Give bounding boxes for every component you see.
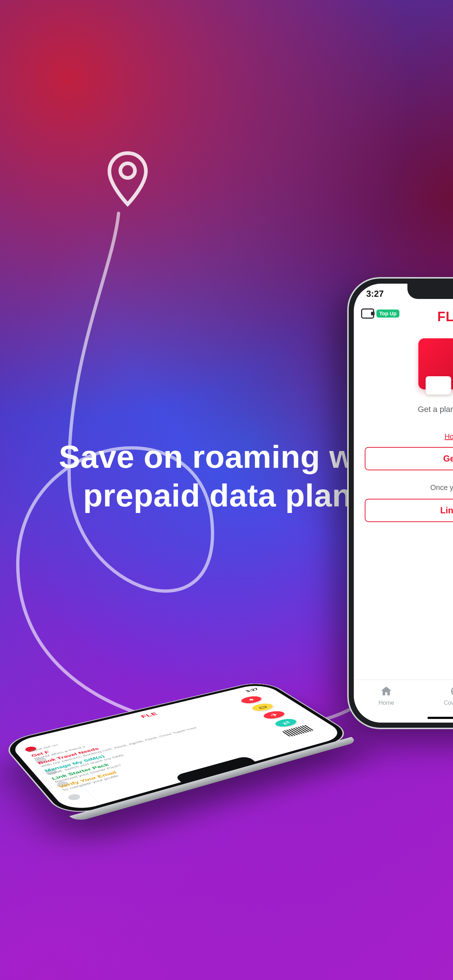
link-starter-button[interactable]: Link St	[365, 499, 453, 522]
nav-coverage-label: Coverage	[444, 700, 453, 706]
status-time: 3:27	[366, 289, 384, 299]
topup-badge: Top Up	[376, 310, 399, 318]
nav-coverage[interactable]: Coverage	[444, 685, 453, 706]
sim-card-icon: ▭	[249, 702, 276, 713]
device-notch	[407, 284, 453, 299]
wallet-icon	[361, 309, 374, 319]
route-path-icon	[0, 138, 357, 977]
how-it-works-link[interactable]: How d	[354, 433, 453, 441]
bottom-nav: Home Coverage S	[354, 679, 453, 722]
home-icon	[380, 685, 392, 697]
shopping-icon: ✈	[260, 710, 288, 721]
mid-helper-text: Once you recei	[365, 484, 453, 492]
home-indicator	[427, 717, 453, 719]
promo-canvas: Save on roaming with prepaid data plans …	[0, 0, 453, 980]
lead-text: Get a plan a to use y	[365, 404, 453, 415]
barcode-icon	[282, 725, 314, 737]
phone-mockup-upright: 3:27 Top Up FLEX Get a plan a to use y H…	[347, 277, 453, 729]
phone-screen: 3:27 Top Up FLEX Get a plan a to use y H…	[354, 284, 453, 722]
nav-home[interactable]: Home	[379, 685, 394, 706]
wallet-topup-button[interactable]: Top Up	[361, 309, 399, 319]
manage-sims-icon: ⇄	[272, 718, 300, 729]
nav-home-label: Home	[379, 700, 394, 706]
get-data-button[interactable]: Get D	[365, 447, 453, 470]
gift-icon: ✦	[238, 695, 265, 705]
hero-illustration	[418, 338, 453, 390]
globe-icon	[450, 685, 453, 697]
